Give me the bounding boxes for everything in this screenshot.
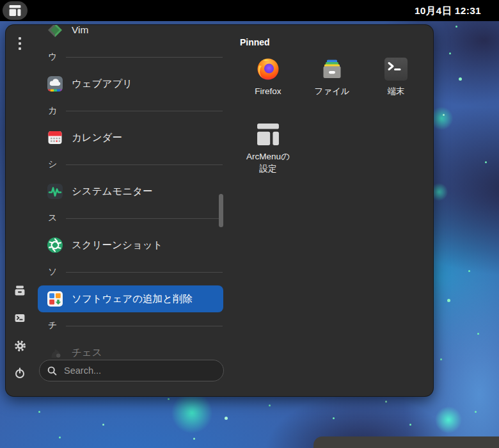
pinned-item-terminal[interactable]: 端末 xyxy=(364,54,428,119)
chess-knight-icon xyxy=(47,344,63,360)
app-item-web-apps[interactable]: ウェブアプリ xyxy=(34,70,226,97)
section-header-u: ウ xyxy=(34,44,226,70)
section-header-su: ス xyxy=(34,205,226,232)
pinned-label: ArcMenuの設定 xyxy=(244,151,292,175)
search-input[interactable] xyxy=(63,365,216,376)
app-item-screenshot[interactable]: スクリーンショット xyxy=(34,232,226,259)
section-divider xyxy=(66,218,223,219)
power-button[interactable] xyxy=(13,367,27,380)
pinned-item-firefox[interactable]: Firefox xyxy=(236,54,300,119)
power-icon xyxy=(14,367,26,379)
gear-icon xyxy=(14,340,26,352)
arcmenu-panel-button[interactable] xyxy=(3,1,28,20)
app-label: チェス xyxy=(72,346,102,360)
search-bar[interactable] xyxy=(39,360,224,381)
pinned-grid: Firefox ファイル 端末 xyxy=(236,54,432,184)
terminal-icon xyxy=(14,312,26,324)
pinned-label: Firefox xyxy=(244,86,292,98)
vim-icon xyxy=(47,25,63,38)
section-divider xyxy=(66,326,223,326)
section-divider xyxy=(66,57,223,58)
app-item-vim[interactable]: Vim xyxy=(34,25,226,44)
app-label: Vim xyxy=(72,25,88,36)
arcmenu-popup: Vim ウ ウ xyxy=(5,24,434,397)
application-list: Vim ウ ウ xyxy=(34,25,226,360)
terminal-tile-icon xyxy=(384,58,408,81)
app-label: ソフトウェアの追加と削除 xyxy=(72,292,193,306)
screenshot-icon xyxy=(47,237,63,253)
section-divider xyxy=(66,111,223,111)
pinned-section: Pinned xyxy=(236,25,432,184)
firefox-icon xyxy=(257,58,280,81)
pinned-title: Pinned xyxy=(240,37,432,47)
file-drawer-icon xyxy=(14,285,26,296)
search-icon xyxy=(47,366,57,376)
section-divider xyxy=(66,164,223,165)
calendar-icon xyxy=(47,129,63,146)
section-header-shi: シ xyxy=(34,151,226,178)
section-header-so: ソ xyxy=(34,259,226,285)
pinned-item-files[interactable]: ファイル xyxy=(300,54,364,119)
pinned-label: ファイル xyxy=(308,86,356,98)
clock-date[interactable]: 10月4日 12:31 xyxy=(415,0,481,21)
app-list-scrollbar[interactable] xyxy=(219,194,223,227)
app-label: カレンダー xyxy=(72,131,122,145)
app-item-software[interactable]: ソフトウェアの追加と削除 xyxy=(38,285,223,312)
app-label: ウェブアプリ xyxy=(72,77,132,91)
pinned-label: 端末 xyxy=(372,86,420,98)
app-item-calendar[interactable]: カレンダー xyxy=(34,124,226,151)
app-item-chess[interactable]: チェス xyxy=(34,339,226,360)
section-header-chi: チ xyxy=(34,312,226,339)
settings-shortcut-button[interactable] xyxy=(13,339,27,352)
section-divider xyxy=(66,272,223,273)
sidebar-shortcuts xyxy=(6,284,34,380)
app-label: システムモニター xyxy=(72,185,153,198)
arcmenu-settings-icon xyxy=(257,123,280,146)
arcmenu-layout-icon xyxy=(9,5,21,16)
terminal-prompt-icon xyxy=(384,58,408,81)
web-apps-icon xyxy=(47,76,63,92)
files-icon xyxy=(321,58,344,81)
top-bar: 10月4日 12:31 xyxy=(0,0,499,21)
app-label: スクリーンショット xyxy=(72,239,162,252)
add-remove-software-icon xyxy=(47,291,63,307)
app-item-system-monitor[interactable]: システムモニター xyxy=(34,178,226,205)
system-monitor-icon xyxy=(47,183,63,200)
kebab-menu-button[interactable] xyxy=(17,36,22,51)
pinned-item-arcmenu-settings[interactable]: ArcMenuの設定 xyxy=(236,119,300,184)
background-window-corner xyxy=(313,436,499,448)
files-shortcut-button[interactable] xyxy=(13,284,27,297)
terminal-shortcut-button[interactable] xyxy=(13,312,27,324)
section-header-ka: カ xyxy=(34,97,226,124)
